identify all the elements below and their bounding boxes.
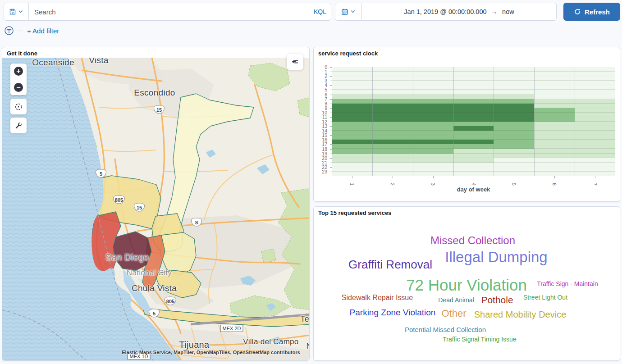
legend-toggle-button[interactable]: [287, 54, 303, 70]
heatmap-cell[interactable]: [372, 131, 413, 135]
heatmap-cell[interactable]: [413, 104, 453, 108]
heatmap-cell[interactable]: [534, 117, 575, 122]
heatmap-cell[interactable]: [534, 172, 575, 176]
heatmap-cell[interactable]: [453, 131, 494, 135]
heatmap-cell[interactable]: [534, 131, 575, 135]
heatmap-cell[interactable]: [453, 163, 494, 167]
heatmap-cell[interactable]: [494, 81, 534, 85]
heatmap-cell[interactable]: [534, 154, 575, 158]
heatmap-cell[interactable]: [575, 94, 615, 99]
heatmap-cell[interactable]: [575, 90, 615, 94]
heatmap-cell[interactable]: [453, 67, 494, 72]
heatmap-cell[interactable]: [332, 154, 372, 158]
heatmap-cell[interactable]: [332, 72, 372, 76]
heatmap-cell[interactable]: [372, 167, 413, 172]
heatmap-cell[interactable]: [413, 163, 453, 167]
heatmap-cell[interactable]: [413, 76, 453, 81]
tagcloud-word[interactable]: Potential Missed Collection: [405, 326, 486, 333]
heatmap-cell[interactable]: [494, 122, 534, 126]
heatmap-cell[interactable]: [413, 108, 453, 113]
heatmap-cell[interactable]: [372, 76, 413, 81]
heatmap-cell[interactable]: [575, 144, 615, 149]
heatmap-cell[interactable]: [453, 85, 494, 90]
tagcloud-word[interactable]: Traffic Signal Timing Issue: [443, 336, 516, 342]
heatmap-cell[interactable]: [372, 72, 413, 76]
tagcloud-word[interactable]: Other: [441, 309, 466, 318]
heatmap-cell[interactable]: [413, 149, 453, 153]
heatmap-cell[interactable]: [372, 172, 413, 176]
heatmap-cell[interactable]: [494, 163, 534, 167]
heatmap-cell[interactable]: [494, 149, 534, 153]
heatmap-cell[interactable]: [494, 76, 534, 81]
heatmap-cell[interactable]: [494, 108, 534, 113]
tagcloud-word[interactable]: Sidewalk Repair Issue: [342, 294, 413, 301]
heatmap-cell[interactable]: [453, 108, 494, 113]
heatmap-cell[interactable]: [575, 81, 615, 85]
heatmap-cell[interactable]: [372, 113, 413, 117]
heatmap-cell[interactable]: [453, 154, 494, 158]
heatmap-cell[interactable]: [332, 85, 372, 90]
heatmap-cell[interactable]: [494, 85, 534, 90]
heatmap-cell[interactable]: [534, 72, 575, 76]
heatmap-cell[interactable]: [413, 94, 453, 99]
heatmap-cell[interactable]: [453, 135, 494, 140]
heatmap-cell[interactable]: [534, 104, 575, 108]
heatmap-cell[interactable]: [372, 108, 413, 113]
heatmap-cell[interactable]: [534, 99, 575, 104]
heatmap-cell[interactable]: [575, 149, 615, 153]
heatmap-cell[interactable]: [494, 94, 534, 99]
heatmap-cell[interactable]: [534, 149, 575, 153]
heatmap-cell[interactable]: [534, 163, 575, 167]
heatmap-cell[interactable]: [332, 131, 372, 135]
heatmap-cell[interactable]: [453, 94, 494, 99]
heatmap-cell[interactable]: [453, 117, 494, 122]
heatmap-cell[interactable]: [332, 135, 372, 140]
heatmap-cell[interactable]: [372, 126, 413, 131]
heatmap-cell[interactable]: [332, 144, 372, 149]
heatmap-cell[interactable]: [453, 172, 494, 176]
heatmap-cell[interactable]: [332, 122, 372, 126]
heatmap-cell[interactable]: [332, 94, 372, 99]
heatmap-cell[interactable]: [494, 172, 534, 176]
heatmap-cell[interactable]: [575, 72, 615, 76]
heatmap-cell[interactable]: [372, 85, 413, 90]
heatmap-cell[interactable]: [332, 104, 372, 108]
heatmap-cell[interactable]: [575, 99, 615, 104]
heatmap-cell[interactable]: [413, 167, 453, 172]
heatmap-cell[interactable]: [332, 163, 372, 167]
heatmap-cell[interactable]: [494, 90, 534, 94]
heatmap-cell[interactable]: [372, 149, 413, 153]
heatmap-cell[interactable]: [575, 76, 615, 81]
date-range-end[interactable]: now: [502, 8, 514, 15]
heatmap-cell[interactable]: [575, 135, 615, 140]
heatmap-cell[interactable]: [575, 140, 615, 144]
heatmap-cell[interactable]: [575, 163, 615, 167]
heatmap-cell[interactable]: [332, 158, 372, 163]
heatmap-cell[interactable]: [372, 154, 413, 158]
date-range-start[interactable]: Jan 1, 2019 @ 00:00:00.000: [404, 8, 486, 15]
heatmap-cell[interactable]: [413, 140, 453, 144]
heatmap-cell[interactable]: [534, 67, 575, 72]
heatmap-cell[interactable]: [534, 81, 575, 85]
heatmap-cell[interactable]: [372, 135, 413, 140]
heatmap-cell[interactable]: [575, 108, 615, 113]
heatmap-cell[interactable]: [453, 104, 494, 108]
heatmap-cell[interactable]: [413, 117, 453, 122]
heatmap-cell[interactable]: [534, 140, 575, 144]
heatmap-cell[interactable]: [332, 140, 372, 144]
heatmap-cell[interactable]: [453, 81, 494, 85]
heatmap-cell[interactable]: [413, 113, 453, 117]
heatmap-cell[interactable]: [534, 126, 575, 131]
heatmap-cell[interactable]: [372, 122, 413, 126]
heatmap-cell[interactable]: [453, 167, 494, 172]
heatmap-cell[interactable]: [534, 76, 575, 81]
tagcloud-word[interactable]: Illegal Dumping: [445, 250, 547, 264]
heatmap-cell[interactable]: [575, 158, 615, 163]
heatmap-cell[interactable]: [575, 104, 615, 108]
zoom-out-button[interactable]: −: [10, 79, 27, 95]
heatmap-cell[interactable]: [534, 85, 575, 90]
heatmap-cell[interactable]: [332, 167, 372, 172]
heatmap-cell[interactable]: [534, 135, 575, 140]
heatmap-cell[interactable]: [372, 81, 413, 85]
heatmap-cell[interactable]: [494, 67, 534, 72]
